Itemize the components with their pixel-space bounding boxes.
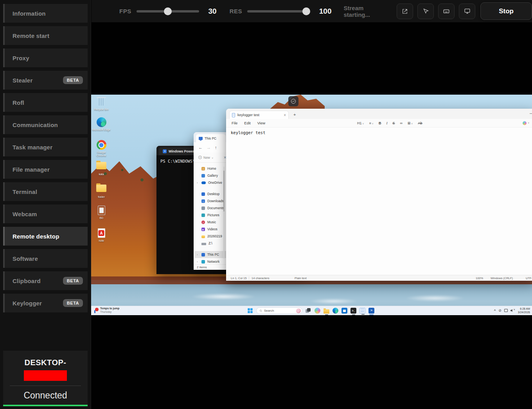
sidebar-item-remote-desktop[interactable]: Remote desktop [3,227,88,246]
list-tool-icon[interactable]: ≡ [369,121,374,125]
scrollbar-thumb[interactable] [223,170,225,212]
terminal-taskbar-icon[interactable] [350,308,356,314]
beta-badge: BETA [63,76,83,84]
notepad-titlebar[interactable]: keylogger test [226,109,532,119]
notepad-text-area[interactable]: keylogger test [226,127,532,270]
edge-taskbar-icon[interactable] [332,308,338,314]
start-button[interactable] [247,308,253,314]
task-view-button[interactable] [306,308,311,314]
sidebar-item-task-manager[interactable]: Task manager [3,138,88,156]
folder-icon [96,185,106,192]
menu-view[interactable]: View [257,121,265,125]
folder-icon [96,162,106,169]
monitor-button[interactable] [459,4,475,19]
weather-icon [94,308,99,313]
new-button[interactable]: New [198,156,213,160]
strikethrough-tool[interactable]: S [392,121,395,125]
taskbar-search[interactable]: Search [256,307,302,314]
sidebar-item-remote-start[interactable]: Remote start [3,26,88,45]
sidebar-item-communication[interactable]: Communication [3,115,88,134]
sidebar-item-label: File manager [13,166,50,173]
tray-expand-icon[interactable] [494,309,496,312]
drive-icon [201,243,206,245]
notepad-window[interactable]: keylogger test File Edit View H1 ≡ B I S… [226,109,532,281]
file-explorer-taskbar-icon[interactable] [324,309,329,314]
clear-format-tool[interactable]: Ab [418,121,422,125]
sidebar-item-keylogger[interactable]: KeyloggerBETA [3,294,88,312]
notepad-tab[interactable]: keylogger test [229,111,289,119]
remote-keyboard-button[interactable] [438,4,455,19]
store-taskbar-icon[interactable] [341,308,347,314]
stream-snapshot-overlay-button[interactable] [288,96,298,106]
weather-widget[interactable]: Temps to jump Thursday [94,307,119,314]
bold-tool[interactable]: B [379,121,381,125]
notepad-taskbar-icon[interactable] [359,308,365,314]
desktop-icon-chrome[interactable]: Google Chrome [92,140,111,157]
pictures-icon [201,213,205,217]
desktop-icon-folder-1[interactable]: kata [92,160,111,176]
sidebar-item-label: Software [13,255,38,262]
desktop-icon-document[interactable]: t50 [92,205,111,220]
system-tray: 6:28 AM 3/24/2026 [494,307,530,314]
copilot-taskbar-icon[interactable] [315,308,320,314]
format-toolbar: H1 ≡ B I S ∞ ⊞ Ab [357,119,422,127]
downloads-icon [201,199,205,203]
desktop-icon [201,192,205,196]
desktop-icon-edge[interactable]: Microsoft Edge [92,117,111,131]
desktop-icon-recycle-bin[interactable]: Recycle Bin [92,96,111,111]
sidebar-nav: Information Remote start Proxy StealerBE… [0,0,91,312]
explorer-scrollbar[interactable] [223,167,225,258]
keyboard-icon [442,7,450,15]
stream-status-text: Stream starting... [344,5,390,18]
sidebar-item-proxy[interactable]: Proxy [3,48,88,67]
tab-close-icon[interactable] [284,113,286,117]
fps-slider[interactable] [137,7,199,15]
heading-tool[interactable]: H1 [357,121,364,125]
forward-icon[interactable] [207,145,211,150]
fps-slider-thumb[interactable] [164,7,172,15]
chrome-icon [97,140,106,150]
sidebar: Information Remote start Proxy StealerBE… [0,0,91,409]
music-icon [201,221,205,224]
volume-muted-icon[interactable] [510,309,515,312]
cast-icon[interactable] [504,309,508,312]
notepad-menubar: File Edit View H1 ≡ B I S ∞ ⊞ Ab [226,119,532,127]
text-document-icon [98,206,105,215]
minimize-icon[interactable] [530,111,532,115]
sidebar-item-terminal[interactable]: Terminal [3,182,88,201]
stop-stream-button[interactable]: Stop [480,2,532,20]
res-slider-thumb[interactable] [302,7,310,15]
desktop-icon-pdf[interactable]: note [92,228,111,242]
remote-desktop-view[interactable]: Recycle Bin Microsoft Edge Google Chrome… [91,95,532,315]
italic-tool[interactable]: I [386,121,387,125]
sidebar-item-label: Rofl [13,99,24,106]
back-icon[interactable] [198,145,203,150]
menu-edit[interactable]: Edit [244,121,250,125]
new-tab-button[interactable] [293,112,296,117]
stream-viewport: Recycle Bin Microsoft Edge Google Chrome… [92,22,532,409]
explorer-tab-this-pc[interactable]: This PC [196,134,226,142]
disabled-device-icon[interactable] [498,309,501,312]
search-icon [259,309,262,312]
sidebar-item-software[interactable]: Software [3,249,88,268]
sidebar-item-clipboard[interactable]: ClipboardBETA [3,271,88,290]
copilot-icon[interactable] [523,121,527,125]
sidebar-item-information[interactable]: Information [3,4,88,23]
this-pc-icon [201,253,205,257]
sidebar-item-stealer[interactable]: StealerBETA [3,71,88,90]
desktop-icon-folder-2[interactable]: foster [92,183,111,199]
powershell-taskbar-icon[interactable] [368,308,374,314]
sidebar-item-file-manager[interactable]: File manager [3,160,88,179]
sidebar-item-webcam[interactable]: Webcam [3,204,88,223]
res-slider[interactable] [247,7,310,15]
up-icon[interactable] [215,145,217,150]
remote-cursor-button[interactable] [417,4,434,19]
open-external-button[interactable] [397,4,413,19]
table-tool-icon[interactable]: ⊞ [408,121,413,125]
gallery-icon [201,174,205,178]
res-slider-track[interactable] [247,10,310,13]
menu-file[interactable]: File [232,121,237,125]
link-tool-icon[interactable]: ∞ [400,121,402,125]
taskbar-clock[interactable]: 6:28 AM 3/24/2026 [518,307,530,314]
sidebar-item-rofl[interactable]: Rofl [3,93,88,112]
